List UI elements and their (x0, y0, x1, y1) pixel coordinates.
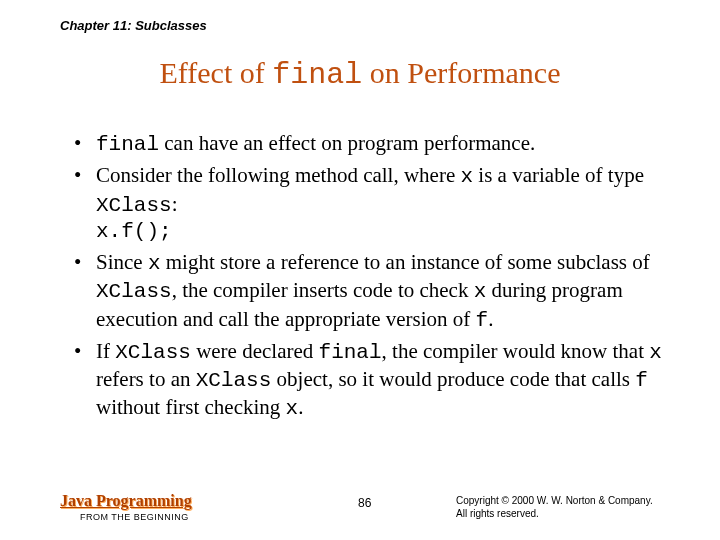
bullet-1: final can have an effect on program perf… (68, 130, 668, 158)
b4-mid3: refers to an (96, 367, 196, 391)
title-code: final (272, 58, 362, 92)
b1-post: can have an effect on program performanc… (159, 131, 535, 155)
b4-code5: f (635, 369, 648, 392)
copyright: Copyright © 2000 W. W. Norton & Company.… (456, 494, 653, 520)
b2-code2: XClass (96, 194, 172, 217)
b4-code3: x (649, 341, 662, 364)
slide-title: Effect of final on Performance (0, 56, 720, 92)
book-title: Java Programming (60, 492, 192, 510)
copyright-line1: Copyright © 2000 W. W. Norton & Company. (456, 495, 653, 506)
b2-mid1: is a variable of type (473, 163, 644, 187)
b2-mid2: : (172, 192, 178, 216)
b3-mid2: , the compiler inserts code to check (172, 278, 474, 302)
b3-pre: Since (96, 250, 148, 274)
bullet-2: Consider the following method call, wher… (68, 162, 668, 245)
b1-code: final (96, 133, 159, 156)
chapter-header: Chapter 11: Subclasses (60, 18, 207, 33)
b3-code1: x (148, 252, 161, 275)
title-post: on Performance (362, 56, 560, 89)
b4-mid5: without first checking (96, 395, 286, 419)
book-subtitle: FROM THE BEGINNING (80, 512, 189, 522)
b3-code3: x (474, 280, 487, 303)
b3-mid1: might store a reference to an instance o… (161, 250, 650, 274)
b4-code4: XClass (196, 369, 272, 392)
page-number: 86 (358, 496, 371, 510)
title-pre: Effect of (159, 56, 272, 89)
b3-code4: f (476, 309, 489, 332)
b4-code1: XClass (115, 341, 191, 364)
bullet-3: Since x might store a reference to an in… (68, 249, 668, 334)
b4-mid6: . (298, 395, 303, 419)
b3-mid4: . (488, 307, 493, 331)
b4-mid1: were declared (191, 339, 319, 363)
b4-mid4: object, so it would produce code that ca… (271, 367, 635, 391)
bullet-4: If XClass were declared final, the compi… (68, 338, 668, 423)
footer: Java Programming FROM THE BEGINNING 86 C… (60, 492, 670, 528)
b4-mid2: , the compiler would know that (382, 339, 650, 363)
b3-code2: XClass (96, 280, 172, 303)
b2-pre: Consider the following method call, wher… (96, 163, 461, 187)
b2-code1: x (461, 165, 474, 188)
b4-pre: If (96, 339, 115, 363)
copyright-line2: All rights reserved. (456, 508, 539, 519)
b4-code6: x (286, 397, 299, 420)
b2-codeline: x.f(); (96, 219, 668, 245)
b4-code2: final (319, 341, 382, 364)
slide-content: final can have an effect on program perf… (68, 130, 668, 427)
